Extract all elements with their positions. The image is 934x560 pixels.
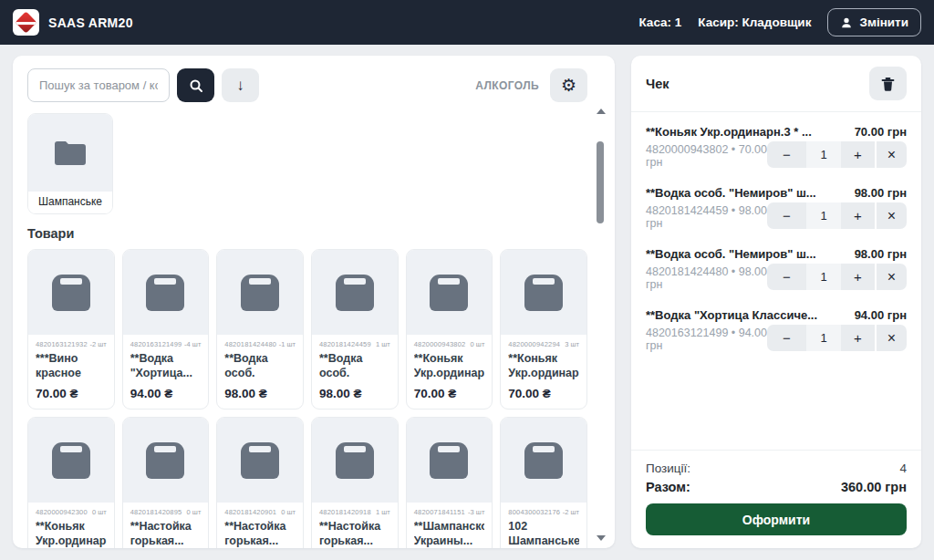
product-image-placeholder (123, 250, 209, 335)
product-card[interactable]: 48200009438020 шт **Коньяк Укр.ординарн.… (406, 249, 493, 410)
product-code: 4820000943802 (414, 340, 466, 348)
scroll-down-arrow-icon[interactable] (597, 535, 606, 541)
receipt-item: **Водка "Хортица Классиче... 94.00 грн 4… (646, 308, 907, 352)
product-code: 4820181420901 (224, 508, 276, 516)
receipt-item-name: **Водка особ. "Немиров" ш... (646, 186, 816, 200)
product-price: 98.00 ₴ (224, 387, 296, 400)
product-stock: 1 шт (376, 508, 390, 516)
package-icon (241, 275, 279, 311)
search-button[interactable] (177, 68, 214, 102)
product-code: 4820000942300 (36, 508, 88, 516)
receipt-item-subtext: 4820163121499 • 94.00 грн (646, 325, 767, 352)
total-label: Разом: (646, 480, 690, 494)
receipt-item: **Водка особ. "Немиров" ш... 98.00 грн 4… (646, 186, 907, 230)
trash-icon (881, 77, 895, 91)
product-grid-row-1: 4820163121932-2 шт ***Вино красное дес..… (27, 249, 587, 410)
increase-qty-button[interactable]: + (841, 325, 875, 351)
product-name: **Настойка горькая... (130, 519, 202, 548)
product-card[interactable]: 4820163121499-4 шт **Водка "Хортица... 9… (122, 249, 210, 410)
product-card[interactable]: 48201814209010 шт **Настойка горькая... … (216, 417, 304, 548)
product-card[interactable]: 8004300032176-2 шт 102 Шампанське... 123… (500, 417, 587, 548)
decrease-qty-button[interactable]: − (767, 325, 806, 351)
product-name: ***Вино красное дес... (36, 351, 107, 381)
change-button-label: Змінити (859, 16, 908, 29)
product-code: 4820163121499 (130, 340, 182, 348)
clear-receipt-button[interactable] (869, 67, 907, 100)
remove-item-button[interactable]: × (877, 202, 907, 229)
receipt-items-list: **Коньяк Укр.ординарн.3 * ... 70.00 грн … (631, 112, 921, 450)
product-image-placeholder (123, 418, 209, 503)
product-name: **Настойка горькая... (319, 519, 390, 548)
qty-value: 1 (806, 264, 841, 290)
product-stock: -2 шт (563, 508, 579, 516)
product-card[interactable]: 4820181424480-1 шт **Водка особ. "Немиро… (216, 249, 304, 410)
decrease-qty-button[interactable]: − (767, 202, 806, 229)
app-logo-icon (13, 9, 39, 36)
scroll-up-arrow-icon[interactable] (597, 109, 606, 114)
package-icon (336, 442, 374, 479)
category-label: Шампанське (28, 192, 112, 213)
product-image-placeholder (217, 250, 303, 335)
product-name: **Шампанское Украины... (414, 519, 485, 548)
product-stock: -4 шт (184, 340, 201, 348)
product-card[interactable]: 48201814208950 шт **Настойка горькая... … (122, 417, 210, 548)
product-card[interactable]: 48200009423000 шт **Коньяк Укр.ординарн.… (27, 417, 115, 548)
increase-qty-button[interactable]: + (841, 264, 875, 290)
qty-value: 1 (806, 141, 841, 168)
product-price: 98.00 ₴ (319, 387, 390, 400)
product-grid-row-2: 48200009423000 шт **Коньяк Укр.ординарн.… (27, 417, 587, 548)
catalog-scrollbar[interactable] (594, 107, 607, 543)
settings-button[interactable]: ⚙ (550, 68, 587, 102)
folder-icon (53, 140, 88, 167)
remove-item-button[interactable]: × (877, 141, 907, 168)
qty-stepper: − 1 + × (767, 325, 907, 351)
category-image (28, 114, 112, 192)
product-image-placeholder (501, 418, 586, 503)
package-icon (52, 442, 90, 479)
product-stock: 0 шт (281, 508, 296, 516)
scrollbar-thumb[interactable] (597, 141, 604, 223)
product-name: **Водка особ. "Немиров"... (224, 351, 296, 381)
download-button[interactable]: ↓ (222, 68, 259, 102)
receipt-item-total: 98.00 грн (855, 247, 907, 261)
search-input[interactable] (27, 68, 170, 102)
decrease-qty-button[interactable]: − (767, 141, 806, 168)
product-card[interactable]: 48200009422943 шт **Коньяк Укр.ординарн.… (500, 249, 587, 410)
receipt-item-name: **Водка особ. "Немиров" ш... (646, 247, 816, 261)
receipt-item-total: 98.00 грн (855, 186, 907, 200)
product-image-placeholder (407, 418, 493, 503)
product-stock: 3 шт (565, 340, 579, 348)
decrease-qty-button[interactable]: − (767, 264, 806, 290)
product-code: 4820071841151 (414, 508, 465, 516)
package-icon (146, 275, 184, 311)
qty-value: 1 (806, 325, 841, 351)
product-name: **Водка особ. "Немиров"... (319, 351, 390, 381)
product-code: 4820163121932 (36, 340, 88, 348)
remove-item-button[interactable]: × (877, 264, 907, 290)
increase-qty-button[interactable]: + (841, 141, 875, 168)
category-card-champagne[interactable]: Шампанське (27, 113, 113, 214)
receipt-item-subtext: 4820181424459 • 98.00 грн (646, 202, 767, 230)
top-navbar: SAAS ARM20 Каса: 1 Касир: Кладовщик Змін… (0, 0, 934, 45)
product-card[interactable]: 4820163121932-2 шт ***Вино красное дес..… (27, 249, 115, 410)
checkout-button[interactable]: Оформити (646, 503, 907, 535)
product-card[interactable]: 48201814209181 шт **Настойка горькая... … (311, 417, 399, 548)
positions-label: Позиції: (646, 461, 690, 475)
receipt-item: **Водка особ. "Немиров" ш... 98.00 грн 4… (646, 247, 907, 291)
product-card[interactable]: 4820071841151-3 шт **Шампанское Украины.… (406, 417, 493, 548)
product-stock: 0 шт (471, 340, 485, 348)
product-image-placeholder (28, 418, 114, 503)
package-icon (52, 275, 90, 311)
remove-item-button[interactable]: × (877, 325, 907, 351)
receipt-footer: Позиції: 4 Разом: 360.00 грн Оформити (631, 450, 921, 548)
receipt-item-subtext: 4820000943802 • 70.00 грн (646, 141, 767, 169)
category-group-label: АЛКОГОЛЬ (475, 79, 539, 92)
package-icon (336, 275, 374, 311)
increase-qty-button[interactable]: + (841, 202, 875, 229)
product-code: 4820000942294 (508, 340, 560, 348)
person-icon (840, 16, 853, 29)
product-card[interactable]: 48201814244591 шт **Водка особ. "Немиров… (311, 249, 399, 410)
product-image-placeholder (312, 250, 398, 335)
change-cashier-button[interactable]: Змінити (827, 8, 921, 36)
receipt-panel: Чек **Коньяк Укр.ординарн.3 * ... 70.00 … (631, 56, 921, 548)
